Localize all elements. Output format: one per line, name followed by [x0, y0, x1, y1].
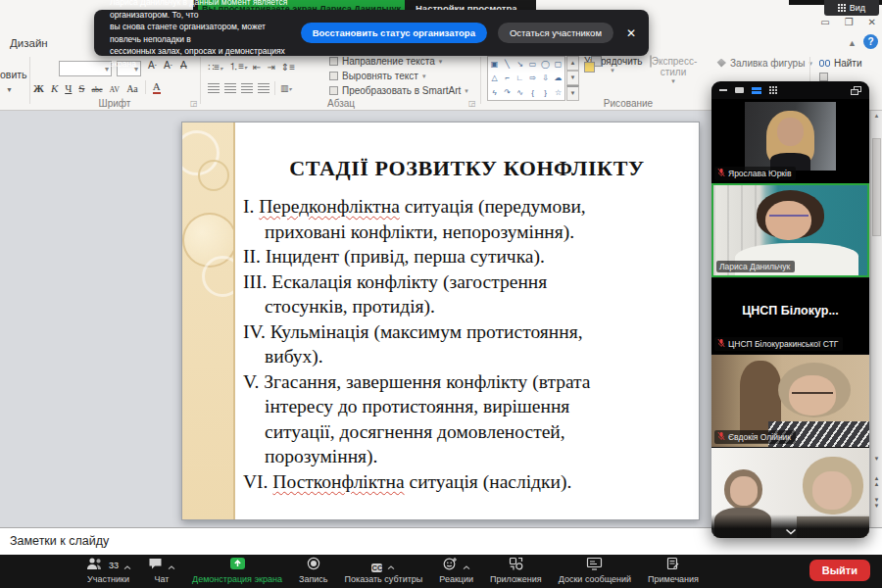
- apps-button[interactable]: Приложения: [490, 558, 542, 584]
- notes-placeholder: Заметки к слайду: [10, 534, 109, 548]
- next-slide-icon[interactable]: ▼▼: [871, 497, 882, 509]
- whiteboards-button[interactable]: Доски сообщений: [559, 558, 631, 584]
- close-window-icon[interactable]: ✕: [868, 17, 876, 28]
- shape-icon[interactable]: ⇩: [542, 74, 549, 82]
- change-case-icon[interactable]: Aa: [126, 83, 138, 94]
- shapes-scroll-down-icon[interactable]: ▼: [566, 71, 579, 85]
- record-button[interactable]: Запись: [299, 558, 328, 584]
- whiteboards-icon: [586, 557, 603, 574]
- participants-button[interactable]: 33Участники: [85, 558, 131, 584]
- paste-button-partial[interactable]: овить: [0, 69, 27, 80]
- align-text-button[interactable]: Выровнять текст▾: [329, 71, 425, 81]
- restore-host-button[interactable]: Восстановить статус организатора: [301, 23, 487, 43]
- captions-chevron-up-icon[interactable]: [387, 557, 395, 574]
- font-dialog-launcher-icon[interactable]: ◲: [190, 99, 198, 108]
- reactions-button[interactable]: Реакции: [439, 558, 473, 584]
- shape-icon[interactable]: △: [491, 74, 497, 82]
- align-left-icon[interactable]: [208, 83, 220, 93]
- stay-participant-button[interactable]: Остаться участником: [498, 23, 613, 43]
- scroll-more-participants[interactable]: [711, 514, 869, 538]
- ppt-vertical-scrollbar[interactable]: ▲ ▼ ▲▲ ▼▼: [870, 111, 882, 527]
- share-button[interactable]: Демонстрация экрана: [192, 558, 282, 584]
- strikethrough-icon[interactable]: S: [78, 82, 84, 94]
- gallery-view-icon[interactable]: [769, 86, 777, 94]
- text-direction-button[interactable]: Направление текста▾: [329, 56, 442, 67]
- character-spacing-icon[interactable]: AV: [110, 85, 121, 94]
- video-tile-unnamed[interactable]: [711, 448, 869, 538]
- shape-icon[interactable]: ▢: [555, 60, 563, 69]
- underline-icon[interactable]: Ч: [65, 82, 72, 94]
- reactions-icon: [443, 557, 458, 574]
- shape-icon[interactable]: }: [544, 88, 547, 97]
- leave-button[interactable]: Выйти: [809, 560, 870, 581]
- paragraph-dialog-launcher-icon[interactable]: ◲: [468, 99, 476, 108]
- shape-fill-button[interactable]: Заливка фигуры▾: [715, 58, 812, 69]
- align-center-icon[interactable]: [224, 83, 236, 93]
- smartart-button[interactable]: Преобразовать в SmartArt▾: [329, 85, 468, 96]
- zoom-view-button[interactable]: Вид: [824, 0, 879, 16]
- shape-icon[interactable]: ╲: [505, 60, 510, 69]
- annotations-button[interactable]: Примечания: [648, 558, 699, 584]
- shape-icon[interactable]: ↷: [504, 88, 511, 97]
- scroll-down-icon[interactable]: ▼: [871, 456, 882, 462]
- captions-icon: CC: [371, 557, 382, 574]
- shape-icon[interactable]: ⇨: [529, 74, 536, 82]
- scrollbar-thumb[interactable]: [872, 138, 881, 236]
- shapes-gallery[interactable]: ▣╲↘▭◯▢△⌐∟⇨⇩☁ϟ↷∿{}☆: [487, 56, 565, 101]
- collapse-ribbon-icon[interactable]: ▲: [848, 38, 857, 48]
- toast-close-icon[interactable]: ✕: [626, 26, 636, 40]
- video-tile-цнсп-білокуракинської-стг[interactable]: ЦНСП Білокур...ЦНСП Білокуракинської СТГ: [711, 278, 869, 354]
- shape-icon[interactable]: ∿: [516, 88, 523, 97]
- arrange-button[interactable]: Упорядочить▾: [584, 56, 641, 74]
- shape-icon[interactable]: ☆: [555, 88, 562, 97]
- previous-slide-icon[interactable]: ▲▲: [871, 475, 882, 487]
- panel-minimize-icon[interactable]: [719, 89, 727, 91]
- paste-dropdown-icon[interactable]: ▼: [6, 86, 13, 93]
- speaker-view-icon[interactable]: [735, 87, 744, 93]
- shapes-scroll-up-icon[interactable]: ▲: [566, 56, 579, 71]
- shapes-gallery-scrollbar[interactable]: ▲ ▼ ▼: [566, 56, 579, 101]
- participants-label: Участники: [87, 574, 129, 584]
- chat-button[interactable]: Чат: [148, 558, 175, 584]
- shape-icon[interactable]: ▣: [491, 60, 499, 69]
- justify-icon[interactable]: [258, 83, 270, 93]
- scroll-up-icon[interactable]: ▲: [871, 113, 882, 119]
- strip-view-icon[interactable]: [752, 87, 761, 94]
- reactions-chevron-up-icon[interactable]: [463, 557, 470, 574]
- shape-icon[interactable]: ⌐: [505, 74, 510, 82]
- shape-icon[interactable]: {: [531, 88, 534, 97]
- shape-icon[interactable]: ◯: [541, 60, 550, 69]
- participants-chevron-up-icon[interactable]: [123, 557, 131, 574]
- video-tile-євдокія-олійник[interactable]: Євдокія Олійник: [711, 355, 869, 447]
- slide-canvas[interactable]: СТАДІЇ РОЗВИТКУ КОНФЛІКТУ I. Передконфлі…: [181, 122, 700, 520]
- minimize-window-icon[interactable]: ▭: [820, 17, 829, 28]
- captions-button[interactable]: CCПоказать субтитры: [345, 558, 423, 584]
- shape-icon[interactable]: ☁: [555, 74, 563, 82]
- record-label: Запись: [299, 574, 328, 584]
- bold-icon[interactable]: Ж: [33, 82, 44, 94]
- italic-icon[interactable]: К: [51, 82, 58, 94]
- font-group-label: Шрифт: [33, 98, 196, 109]
- panel-popout-icon[interactable]: [851, 86, 861, 95]
- align-text-icon: [329, 72, 338, 80]
- shape-icon[interactable]: ∟: [516, 74, 524, 82]
- find-button[interactable]: Найти: [819, 58, 862, 69]
- video-tile-ярослава-юрків[interactable]: Ярослава Юрків: [711, 99, 869, 183]
- shape-icon[interactable]: ϟ: [492, 88, 496, 97]
- align-right-icon[interactable]: [241, 83, 253, 93]
- help-icon[interactable]: ?: [863, 34, 878, 49]
- shape-icon[interactable]: ↘: [516, 60, 523, 69]
- video-tile-лариса-данильчук[interactable]: Лариса Данильчук: [711, 183, 869, 277]
- font-name-combo[interactable]: ▾: [59, 61, 112, 76]
- text-shadow-icon[interactable]: abc: [91, 85, 102, 94]
- shapes-more-icon[interactable]: ▼: [566, 85, 579, 101]
- chat-chevron-up-icon[interactable]: [168, 557, 175, 574]
- quick-styles-button[interactable]: Экспресс-стили▾: [641, 56, 706, 85]
- restore-window-icon[interactable]: ❐: [845, 17, 854, 28]
- misspelled-word: Постконфліктна: [272, 471, 404, 492]
- columns-icon[interactable]: ▥▾: [280, 83, 292, 93]
- font-color-icon[interactable]: А: [153, 80, 161, 94]
- ribbon-tab-design[interactable]: Дизайн: [10, 37, 48, 49]
- replace-icon-partial[interactable]: [819, 73, 828, 81]
- shape-icon[interactable]: ▭: [529, 60, 537, 69]
